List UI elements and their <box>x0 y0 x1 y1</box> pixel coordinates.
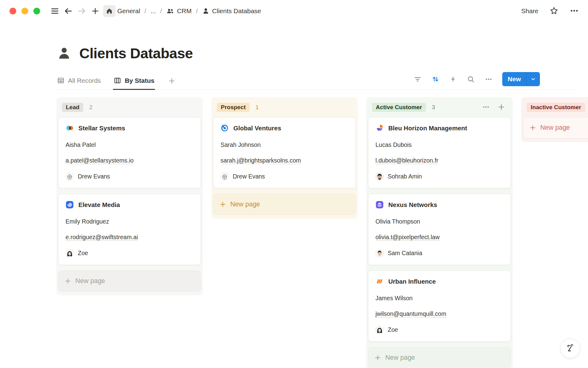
column-add-card-icon[interactable] <box>497 103 505 112</box>
sam-catania-avatar <box>375 249 384 257</box>
view-actions: New <box>413 72 540 90</box>
face-logo-icon <box>564 343 576 354</box>
card-global-ventures[interactable]: Global Ventures Sarah Johnson sarah.j@br… <box>213 117 356 188</box>
column-more-icon[interactable] <box>482 103 490 112</box>
status-badge-active-customer[interactable]: Active Customer <box>372 103 426 112</box>
sidebar-menu-icon[interactable] <box>48 5 62 17</box>
email-link[interactable]: jwilson@quantumquill.com <box>375 310 446 317</box>
people-icon <box>166 7 174 15</box>
views-toolbar: All Records By Status New <box>56 72 575 90</box>
card-company-name: Nexus Networks <box>388 201 437 209</box>
card-nexus-networks[interactable]: Nexus Networks Olivia Thompson olivia.t@… <box>368 194 511 265</box>
venn-circles-icon <box>66 124 74 132</box>
titlebar-actions: Share <box>521 6 579 16</box>
owner-row: Drew Evans <box>221 172 349 181</box>
owner-row: Zoe <box>66 249 194 257</box>
more-options-icon[interactable] <box>570 6 579 16</box>
column-count: 1 <box>255 104 259 111</box>
add-view-icon[interactable] <box>167 77 177 90</box>
owner-row: Sam Catania <box>375 249 503 257</box>
breadcrumb-clients-database[interactable]: Clients Database <box>202 7 261 15</box>
new-page-button-prospect[interactable]: New page <box>213 194 356 215</box>
window-close-button[interactable] <box>9 8 16 14</box>
card-stellar-systems[interactable]: Stellar Systems Aisha Patel a.patel@stel… <box>58 117 201 188</box>
pie-quarters-icon <box>375 124 384 132</box>
window-minimize-button[interactable] <box>21 8 28 14</box>
breadcrumb-separator: / <box>196 7 198 15</box>
board-column-prospect: Prospect 1 Global Ventures Sarah Johnson… <box>211 97 358 219</box>
tab-by-status[interactable]: By Status <box>113 77 155 90</box>
page-header: Clients Database <box>57 45 588 62</box>
automation-lightning-icon[interactable] <box>449 75 457 83</box>
contact-name: Aisha Patel <box>66 141 194 148</box>
search-icon[interactable] <box>467 75 475 83</box>
spiral-icon <box>66 201 74 209</box>
layers-icon <box>375 201 384 209</box>
view-tabs: All Records By Status <box>56 77 177 90</box>
share-button[interactable]: Share <box>521 7 538 15</box>
favorite-star-icon[interactable] <box>549 6 559 16</box>
card-company-name: Elevate Media <box>78 201 120 209</box>
person-icon <box>202 7 209 15</box>
status-badge-lead[interactable]: Lead <box>62 103 83 112</box>
owner-name: Zoe <box>388 326 398 333</box>
breadcrumb: General / ... / CRM / Clients Database <box>117 7 261 15</box>
view-more-icon[interactable] <box>484 75 493 83</box>
sohrab-amin-avatar <box>375 172 384 181</box>
new-page-button-active-customer[interactable]: New page <box>368 347 511 368</box>
owner-name: Drew Evans <box>233 173 265 180</box>
window-zoom-button[interactable] <box>33 8 40 14</box>
email-link[interactable]: sarah.j@brightsparksolns.com <box>221 157 301 164</box>
page-person-icon[interactable] <box>57 46 71 60</box>
new-page-button-inactive-customer[interactable]: New page <box>523 117 588 138</box>
window-controls <box>9 8 40 14</box>
status-badge-prospect[interactable]: Prospect <box>217 103 250 112</box>
email-link[interactable]: a.patel@stellarsystems.io <box>66 157 134 164</box>
card-bleu-horizon-management[interactable]: Bleu Horizon Management Lucas Dubois l.d… <box>368 117 511 188</box>
contact-name: Olivia Thompson <box>375 218 503 225</box>
contact-name: Lucas Dubois <box>375 141 503 148</box>
email-link[interactable]: l.dubois@bleuhorizon.fr <box>375 157 438 164</box>
table-view-icon <box>57 77 65 84</box>
new-record-button[interactable]: New <box>502 72 540 86</box>
email-link[interactable]: e.rodriguez@swiftstream.ai <box>66 234 138 241</box>
status-badge-inactive-customer[interactable]: Inactive Customer <box>527 103 585 112</box>
column-count: 3 <box>432 104 435 111</box>
breadcrumb-crm[interactable]: CRM <box>166 7 192 15</box>
plus-icon <box>219 201 226 208</box>
card-company-name: Urban Influence <box>388 278 436 285</box>
plus-icon <box>374 354 381 361</box>
filter-icon[interactable] <box>413 75 422 83</box>
ring-icon <box>221 124 229 132</box>
breadcrumb-ellipsis[interactable]: ... <box>151 7 156 15</box>
new-tab-plus-icon[interactable] <box>89 5 102 17</box>
new-page-button-lead[interactable]: New page <box>58 270 201 292</box>
board-column-lead: Lead 2 Stellar Systems Aisha Patel a.pat… <box>56 97 203 295</box>
page-title[interactable]: Clients Database <box>79 45 193 62</box>
card-elevate-media[interactable]: Elevate Media Emily Rodriguez e.rodrigue… <box>58 194 201 265</box>
drew-evans-avatar <box>66 172 74 181</box>
email-link[interactable]: olivia.t@pixelperfect.law <box>375 234 439 241</box>
assistant-face-button[interactable] <box>560 339 580 358</box>
forward-arrow-icon[interactable] <box>75 5 89 17</box>
owner-row: Sohrab Amin <box>375 172 503 181</box>
breadcrumb-general[interactable]: General <box>117 7 140 15</box>
owner-name: Drew Evans <box>78 173 110 180</box>
plus-icon <box>64 278 71 285</box>
card-urban-influence[interactable]: Urban Influence James Wilson jwilson@qua… <box>368 270 511 342</box>
tab-all-records[interactable]: All Records <box>56 77 101 90</box>
owner-row: Drew Evans <box>66 172 194 181</box>
sort-icon[interactable] <box>431 75 440 83</box>
owner-name: Sam Catania <box>388 250 422 257</box>
contact-name: James Wilson <box>375 295 503 302</box>
chevron-down-icon[interactable] <box>526 72 540 86</box>
breadcrumb-separator: / <box>145 7 146 15</box>
back-arrow-icon[interactable] <box>62 5 75 17</box>
contact-name: Sarah Johnson <box>221 141 349 148</box>
drew-evans-avatar <box>221 172 229 181</box>
card-company-name: Stellar Systems <box>78 125 125 132</box>
home-icon[interactable] <box>103 5 115 17</box>
card-company-name: Global Ventures <box>233 125 281 132</box>
zoe-avatar <box>66 249 74 257</box>
card-company-name: Bleu Horizon Management <box>388 125 467 132</box>
